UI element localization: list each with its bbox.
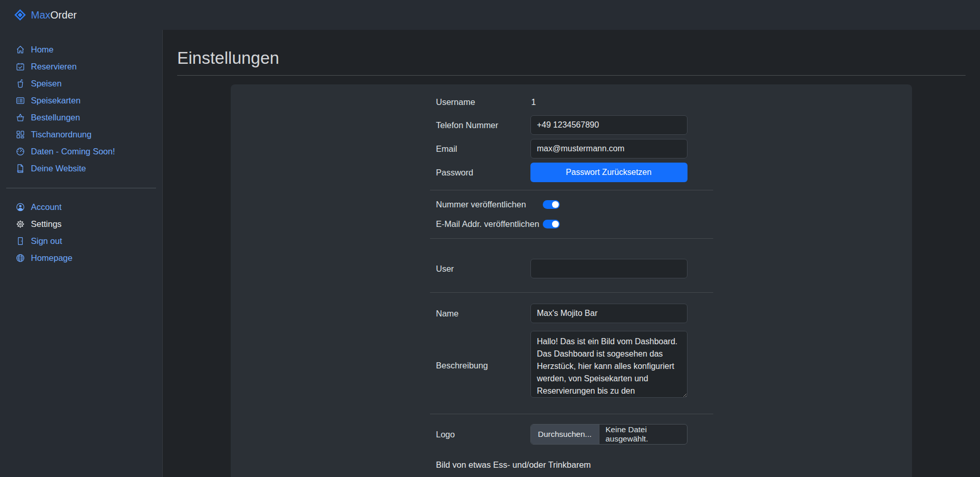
sidebar-item-label: Bestellungen bbox=[31, 113, 80, 122]
description-label: Beschreibung bbox=[436, 361, 530, 370]
sidebar-item-bestellungen[interactable]: Bestellungen bbox=[0, 109, 162, 126]
phone-label: Telefon Nummer bbox=[436, 120, 530, 130]
settings-card: Username 1 Telefon Nummer Email Password… bbox=[231, 84, 912, 477]
section-divider bbox=[430, 414, 713, 414]
logo-file-input[interactable]: Durchsuchen... Keine Datei ausgewählt. bbox=[530, 424, 687, 445]
sidebar-item-sign-out[interactable]: Sign out bbox=[0, 233, 162, 250]
sidebar-item-label: Settings bbox=[31, 219, 62, 229]
sidebar-item-settings[interactable]: Settings bbox=[0, 216, 162, 233]
brand-logo[interactable]: MaxOrder bbox=[13, 8, 77, 22]
sidebar-item-label: Home bbox=[31, 45, 54, 55]
password-row: Password Passwort Zurücksetzen bbox=[430, 163, 713, 182]
sidebar: Home Reservieren Speisen Speisekarten Be… bbox=[0, 30, 163, 477]
publish-number-label: Nummer veröffentlichen bbox=[436, 200, 543, 209]
username-row: Username 1 bbox=[430, 93, 713, 111]
sidebar-item-label: Sign out bbox=[31, 236, 62, 246]
house-icon bbox=[15, 45, 25, 55]
publish-email-row: E-Mail Addr. veröffentlichen bbox=[430, 219, 713, 229]
section-divider bbox=[430, 292, 713, 293]
username-value: 1 bbox=[530, 93, 687, 111]
sidebar-item-tischanordnung[interactable]: Tischanordnung bbox=[0, 126, 162, 143]
publish-number-toggle[interactable] bbox=[543, 200, 560, 209]
publish-number-row: Nummer veröffentlichen bbox=[430, 200, 713, 209]
sidebar-item-account[interactable]: Account bbox=[0, 199, 162, 216]
title-divider bbox=[177, 75, 966, 76]
description-row: Beschreibung Hallo! Das ist ein Bild vom… bbox=[430, 331, 713, 400]
person-circle-icon bbox=[15, 202, 25, 212]
file-chosen-text: Keine Datei ausgewählt. bbox=[599, 425, 687, 444]
sidebar-divider bbox=[6, 188, 156, 188]
name-row: Name bbox=[430, 304, 713, 323]
browse-button[interactable]: Durchsuchen... bbox=[531, 425, 599, 444]
logo-label: Logo bbox=[436, 430, 530, 439]
user-input[interactable] bbox=[530, 259, 687, 278]
door-icon bbox=[15, 236, 25, 246]
cup-straw-icon bbox=[15, 79, 25, 89]
settings-form: Username 1 Telefon Nummer Email Password… bbox=[430, 93, 713, 470]
user-label: User bbox=[436, 264, 530, 274]
sidebar-item-label: Speisekarten bbox=[31, 96, 80, 105]
sidebar-item-speisen[interactable]: Speisen bbox=[0, 75, 162, 92]
logo-hint: Bild von etwas Ess- und/oder Trinkbarem bbox=[430, 460, 713, 470]
brand-diamond-icon bbox=[13, 8, 27, 22]
sidebar-item-label: Account bbox=[31, 202, 62, 212]
gear-icon bbox=[15, 219, 25, 229]
sidebar-item-daten[interactable]: Daten - Coming Soon! bbox=[0, 143, 162, 160]
menu-card-icon bbox=[15, 96, 25, 105]
page-title: Einstellungen bbox=[177, 48, 966, 68]
sidebar-item-home[interactable]: Home bbox=[0, 41, 162, 58]
calendar-check-icon bbox=[15, 62, 25, 72]
svg-text:HTML: HTML bbox=[17, 170, 23, 172]
brand-name: MaxOrder bbox=[31, 9, 77, 21]
section-divider bbox=[430, 190, 713, 190]
html-file-icon: HTML bbox=[15, 164, 25, 173]
topbar: MaxOrder bbox=[0, 0, 980, 30]
sidebar-item-reservieren[interactable]: Reservieren bbox=[0, 58, 162, 75]
email-input[interactable] bbox=[530, 139, 687, 158]
reset-password-button[interactable]: Passwort Zurücksetzen bbox=[530, 163, 687, 182]
basket-icon bbox=[15, 113, 25, 122]
publish-email-toggle[interactable] bbox=[543, 220, 560, 228]
table-layout-icon bbox=[15, 130, 25, 139]
sidebar-item-speisekarten[interactable]: Speisekarten bbox=[0, 92, 162, 109]
publish-email-label: E-Mail Addr. veröffentlichen bbox=[436, 219, 543, 229]
section-divider bbox=[430, 238, 713, 239]
username-label: Username bbox=[436, 97, 530, 107]
sidebar-item-label: Daten - Coming Soon! bbox=[31, 147, 115, 156]
speedometer-icon bbox=[15, 147, 25, 156]
name-label: Name bbox=[436, 309, 530, 319]
sidebar-item-label: Deine Website bbox=[31, 164, 86, 173]
phone-input[interactable] bbox=[530, 115, 687, 135]
sidebar-item-label: Reservieren bbox=[31, 62, 77, 72]
sidebar-item-label: Speisen bbox=[31, 79, 62, 89]
email-label: Email bbox=[436, 144, 530, 154]
sidebar-item-label: Tischanordnung bbox=[31, 130, 92, 139]
sidebar-item-label: Homepage bbox=[31, 253, 73, 263]
email-row: Email bbox=[430, 139, 713, 158]
password-label: Password bbox=[436, 168, 530, 178]
sidebar-item-deine-website[interactable]: HTML Deine Website bbox=[0, 160, 162, 177]
name-input[interactable] bbox=[530, 304, 687, 323]
sidebar-item-homepage[interactable]: Homepage bbox=[0, 250, 162, 267]
phone-row: Telefon Nummer bbox=[430, 115, 713, 135]
main-content: Einstellungen Username 1 Telefon Nummer … bbox=[163, 30, 980, 477]
user-row: User bbox=[430, 259, 713, 278]
description-textarea[interactable]: Hallo! Das ist ein Bild vom Dashboard. D… bbox=[530, 331, 687, 398]
globe-icon bbox=[15, 253, 25, 263]
logo-row: Logo Durchsuchen... Keine Datei ausgewäh… bbox=[430, 424, 713, 445]
